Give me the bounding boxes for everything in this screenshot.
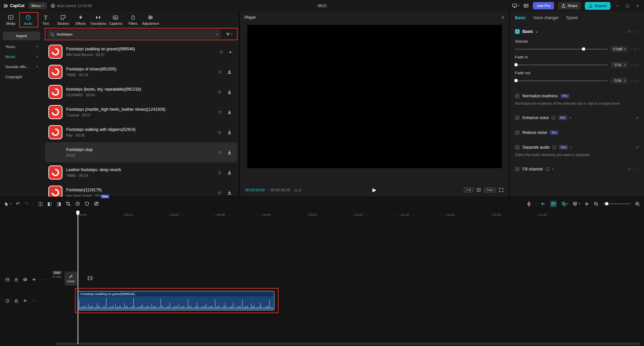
info-icon[interactable]: i [546,167,550,171]
lock-icon[interactable] [14,299,18,303]
enhance-voice-checkbox[interactable] [515,115,520,120]
mute-icon[interactable] [32,277,37,282]
keyframe-prev-icon[interactable]: ‹ [631,63,632,67]
audio-clip[interactable]: Footsteps (walking on gravel)(989546) [78,291,274,310]
audio-result-item[interactable]: Footsteps of shoes(891005) Y8MD · 00:10 … [45,62,237,82]
favorite-icon[interactable]: ☆ [217,170,222,175]
undo-button[interactable]: ↶ [16,201,20,206]
download-icon[interactable] [227,170,232,175]
keyframe-next-icon[interactable]: › [637,30,639,34]
info-icon[interactable]: i [552,116,556,120]
tab-filters[interactable]: Filters [124,12,142,28]
fullscreen-icon[interactable] [499,188,504,192]
keyframe-add-icon[interactable]: ◇ [633,47,636,51]
keyframe-next-icon[interactable]: › [638,79,639,83]
magnet-snap-button[interactable]: ▾ [572,201,580,206]
separate-audio-checkbox[interactable] [515,145,520,150]
reset-icon[interactable]: ↺ [636,116,639,120]
sidebar-item-yours[interactable]: Yours ▾ [3,43,40,50]
playhead-line[interactable] [78,210,78,344]
tab-media[interactable]: Media [2,12,19,28]
crop-button[interactable] [66,201,71,206]
fade-out-slider[interactable] [515,80,608,81]
download-icon[interactable] [227,90,232,94]
ai-feature-shortcut[interactable]: Free AI Upper [52,271,62,288]
timeline-ruler[interactable]: 00:00 00:10 00:20 00:30 00:40 00:50 01:0… [0,210,644,218]
stepper-icons[interactable]: ▴▾ [625,63,626,67]
timeline-tracks[interactable]: ··· ··· Free AI Upper Cover [0,218,644,346]
select-tool-button[interactable]: ▾ [4,201,11,206]
audio-result-item[interactable]: Footsteps walking with slippers(52914) K… [45,122,237,142]
eye-icon[interactable] [23,277,28,282]
sidebar-item-copyright[interactable]: Copyright [3,73,40,81]
menu-button[interactable]: Menu ▾ [29,2,47,9]
favorite-icon[interactable]: ☆ [217,109,222,115]
volume-slider[interactable] [515,49,608,50]
track-view-toggle-button[interactable] [550,200,557,207]
audio-result-item[interactable]: Footsteps (marble_high heels_leather sho… [45,102,237,122]
keyframe-add-icon[interactable]: ◇ [633,63,636,67]
favorite-icon[interactable]: ☆ [217,89,222,95]
download-icon[interactable] [227,69,232,74]
chevron-down-icon[interactable]: ▾ [571,146,572,149]
full-quality-badge[interactable]: Full [464,188,473,192]
timeline-body[interactable]: 00:00 00:10 00:20 00:30 00:40 00:50 01:0… [0,210,644,346]
reset-icon[interactable]: ↺ [636,145,639,150]
player-menu-icon[interactable]: ≡ [502,15,504,20]
add-to-timeline-icon[interactable]: + [229,49,232,55]
tab-captions[interactable]: Captions [107,12,124,28]
tab-stickers[interactable]: Stickers [54,12,72,28]
tab-text[interactable]: Text [37,12,54,28]
tab-transitions[interactable]: Transitions [89,12,107,28]
delete-left-button[interactable]: ◧ [47,201,52,206]
chevron-down-icon[interactable]: ▾ [552,168,554,170]
horizontal-scrollbar[interactable] [55,343,640,345]
favorite-icon[interactable]: ☆ [219,49,224,54]
fade-in-slider[interactable] [515,64,608,65]
favorite-icon[interactable]: ☆ [217,130,222,135]
favorite-icon[interactable]: ☆ [217,69,222,75]
keyframe-prev-icon[interactable]: ‹ [634,30,635,34]
join-pro-button[interactable]: Join Pro [533,2,554,9]
close-button[interactable]: × [635,4,641,8]
audio-result-item[interactable]: Footsteps(1116179) one short reverb · 00… [45,183,237,197]
audio-result-item[interactable]: Leather footsteps: deep reverb Y8MD · 00… [45,162,237,183]
audio-result-item[interactable]: footsteps (boots, dry, repeatable)(98131… [45,82,237,102]
keyframe-prev-icon[interactable]: ‹ [631,47,632,51]
favorite-icon[interactable]: ☆ [217,190,222,195]
more-options-icon[interactable]: ··· [32,298,37,303]
more-options-icon[interactable]: ··· [41,277,46,282]
reset-icon[interactable]: ↺ [628,167,631,171]
download-icon[interactable] [227,130,232,135]
video-track-icon[interactable] [5,278,10,282]
audio-result-item[interactable]: Footsteps (walking on gravel)(989546) MN… [45,42,237,62]
download-icon[interactable] [227,150,232,155]
lock-icon[interactable] [14,278,18,282]
ratio-badge[interactable]: Ratio [484,188,496,192]
layers-toggle-button[interactable]: ▾ [561,201,568,206]
filter-button[interactable]: ▾ [223,30,235,39]
keyframe-prev-icon[interactable]: ‹ [634,167,635,171]
focus-icon[interactable] [476,188,481,192]
zoom-out-button[interactable] [594,201,599,206]
tab-adjustment[interactable]: Adjustment [142,12,159,28]
edit-pro-button[interactable] [94,201,99,206]
freeze-button[interactable] [75,201,80,206]
stepper-icons[interactable]: ▴▾ [625,79,626,83]
import-button[interactable]: Import [3,32,40,40]
video-clip-placeholder-icon[interactable] [87,276,93,281]
audio-result-item[interactable]: Footsteps stop 00:03 ☆ [45,142,237,162]
zoom-in-button[interactable] [635,201,640,206]
mute-icon[interactable] [23,298,28,303]
search-input[interactable] [57,32,214,36]
delete-right-button[interactable]: ◨ [56,201,61,206]
fade-in-value-box[interactable]: 0.0s ▴▾ [611,62,627,68]
basic-section-checkbox[interactable]: ✓ [515,29,520,34]
share-button[interactable]: Share [558,2,581,10]
audio-track-icon[interactable] [5,299,10,303]
edit-cover-button[interactable]: Cover [65,271,77,286]
tab-basic[interactable]: Basic [515,15,526,20]
tab-effects[interactable]: Effects [72,12,89,28]
minimize-button[interactable]: ─ [614,4,620,8]
info-icon[interactable]: i [552,145,556,149]
